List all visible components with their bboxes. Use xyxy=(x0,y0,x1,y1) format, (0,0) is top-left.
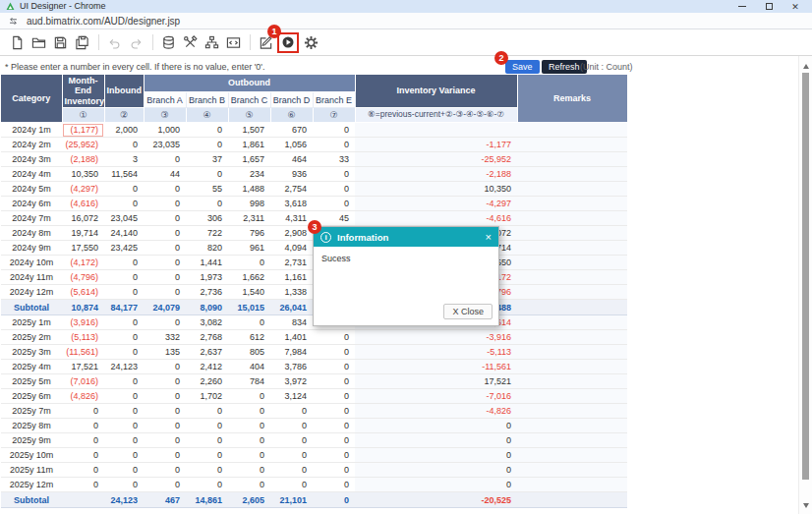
table-cell[interactable]: 0 xyxy=(313,433,355,448)
table-cell[interactable]: 0 xyxy=(228,256,270,270)
table-cell[interactable]: 0 xyxy=(104,256,144,270)
table-cell[interactable]: 0 xyxy=(104,197,144,211)
table-cell[interactable]: 0 xyxy=(228,315,270,330)
table-cell[interactable]: 0 xyxy=(270,404,313,419)
table-cell[interactable]: 0 xyxy=(144,448,186,463)
table-cell[interactable]: 11,564 xyxy=(104,167,144,182)
table-cell[interactable]: 0 xyxy=(144,182,186,197)
table-cell[interactable] xyxy=(517,152,627,167)
table-cell[interactable]: 0 xyxy=(313,197,355,211)
table-cell[interactable]: 7,984 xyxy=(270,345,313,360)
table-cell[interactable]: 0 xyxy=(228,419,270,433)
table-cell[interactable] xyxy=(517,419,627,433)
table-cell[interactable] xyxy=(517,463,627,478)
table-cell[interactable]: 0 xyxy=(62,404,104,419)
open-button[interactable] xyxy=(29,32,48,52)
table-cell[interactable]: 2,908 xyxy=(270,226,313,241)
table-cell[interactable]: (4,297) xyxy=(62,182,104,197)
redo-button[interactable] xyxy=(126,32,145,52)
table-cell[interactable]: 4,311 xyxy=(270,211,313,226)
table-cell[interactable]: -3,916 xyxy=(355,330,517,345)
table-cell[interactable]: 1,702 xyxy=(186,389,228,404)
table-cell[interactable]: 1,000 xyxy=(144,123,186,138)
table-cell[interactable]: 0 xyxy=(104,433,144,448)
table-cell[interactable]: -4,297 xyxy=(355,197,517,211)
table-cell[interactable]: 1,662 xyxy=(228,270,270,285)
table-cell[interactable]: 612 xyxy=(228,330,270,345)
maximize-icon[interactable] xyxy=(764,2,774,12)
table-cell[interactable]: 0 xyxy=(144,211,186,226)
table-cell[interactable]: 2,731 xyxy=(270,256,313,270)
table-cell[interactable] xyxy=(517,241,627,256)
table-cell[interactable]: 10,350 xyxy=(62,167,104,182)
table-cell[interactable]: 1,056 xyxy=(270,138,313,152)
table-cell[interactable]: 796 xyxy=(228,226,270,241)
table-cell[interactable]: 0 xyxy=(313,374,355,389)
scroll-up-icon[interactable] xyxy=(803,64,809,69)
settings-button[interactable] xyxy=(301,32,320,52)
table-cell[interactable]: 1,861 xyxy=(228,138,270,152)
table-cell[interactable]: 0 xyxy=(104,389,144,404)
table-cell[interactable]: 0 xyxy=(313,389,355,404)
table-cell[interactable]: 2,754 xyxy=(270,182,313,197)
table-cell[interactable]: 404 xyxy=(228,360,270,374)
table-cell[interactable]: 0 xyxy=(104,374,144,389)
vertical-scrollbar[interactable] xyxy=(798,56,812,514)
source-view-button[interactable] xyxy=(223,32,243,52)
table-cell[interactable]: 0 xyxy=(313,330,355,345)
table-cell[interactable]: (7,016) xyxy=(62,374,104,389)
table-cell[interactable]: 0 xyxy=(144,360,186,374)
table-cell[interactable]: -5,113 xyxy=(355,345,517,360)
table-cell[interactable]: (4,796) xyxy=(62,270,104,285)
table-cell[interactable]: (5,113) xyxy=(62,330,104,345)
table-cell[interactable]: 0 xyxy=(144,270,186,285)
table-cell[interactable] xyxy=(517,433,627,448)
table-cell[interactable]: (5,614) xyxy=(62,285,104,300)
save-button-toolbar[interactable] xyxy=(50,32,70,52)
table-cell[interactable]: 37 xyxy=(186,152,228,167)
table-cell[interactable]: 0 xyxy=(228,433,270,448)
table-cell[interactable] xyxy=(517,211,627,226)
table-cell[interactable]: 0 xyxy=(144,478,186,492)
table-cell[interactable]: (3,916) xyxy=(62,315,104,330)
table-cell[interactable]: 0 xyxy=(313,167,355,182)
table-cell[interactable]: 2,412 xyxy=(186,360,228,374)
minimize-icon[interactable] xyxy=(737,2,747,12)
table-cell[interactable]: 0 xyxy=(62,478,104,492)
table-cell[interactable]: 0 xyxy=(355,478,517,492)
table-cell[interactable]: 0 xyxy=(313,138,355,152)
table-cell[interactable]: 2,311 xyxy=(228,211,270,226)
address-bar[interactable]: aud.bimatrix.com/AUD/designer.jsp xyxy=(0,13,812,29)
table-cell[interactable]: 3,618 xyxy=(270,197,313,211)
table-cell[interactable]: 0 xyxy=(144,152,186,167)
dialog-close-button[interactable]: X Close xyxy=(443,304,493,319)
table-cell[interactable] xyxy=(517,330,627,345)
table-cell[interactable]: 0 xyxy=(270,448,313,463)
table-cell[interactable]: 0 xyxy=(186,433,228,448)
table-cell[interactable] xyxy=(517,182,627,197)
table-cell[interactable]: 2,768 xyxy=(186,330,228,345)
table-cell[interactable]: 3,972 xyxy=(270,374,313,389)
table-cell[interactable]: 17,550 xyxy=(62,241,104,256)
table-cell[interactable]: 2,736 xyxy=(186,285,228,300)
table-cell[interactable] xyxy=(517,345,627,360)
table-cell[interactable] xyxy=(517,270,627,285)
table-cell[interactable]: 0 xyxy=(62,419,104,433)
table-cell[interactable]: 23,045 xyxy=(104,211,144,226)
table-cell[interactable]: 0 xyxy=(313,463,355,478)
table-cell[interactable]: 2,260 xyxy=(186,374,228,389)
table-cell[interactable] xyxy=(517,374,627,389)
table-cell[interactable]: 0 xyxy=(313,182,355,197)
new-file-button[interactable] xyxy=(7,32,27,52)
table-cell[interactable]: 936 xyxy=(270,167,313,182)
table-cell[interactable]: 306 xyxy=(186,211,228,226)
table-cell[interactable]: 0 xyxy=(270,419,313,433)
table-cell[interactable]: 1,657 xyxy=(228,152,270,167)
table-cell[interactable]: 4,094 xyxy=(270,241,313,256)
save-button[interactable]: Save xyxy=(505,60,540,74)
table-cell[interactable]: (11,561) xyxy=(62,345,104,360)
table-cell[interactable]: 0 xyxy=(144,197,186,211)
table-cell[interactable]: 670 xyxy=(270,123,313,138)
table-cell[interactable]: 0 xyxy=(104,138,144,152)
table-cell[interactable] xyxy=(517,404,627,419)
